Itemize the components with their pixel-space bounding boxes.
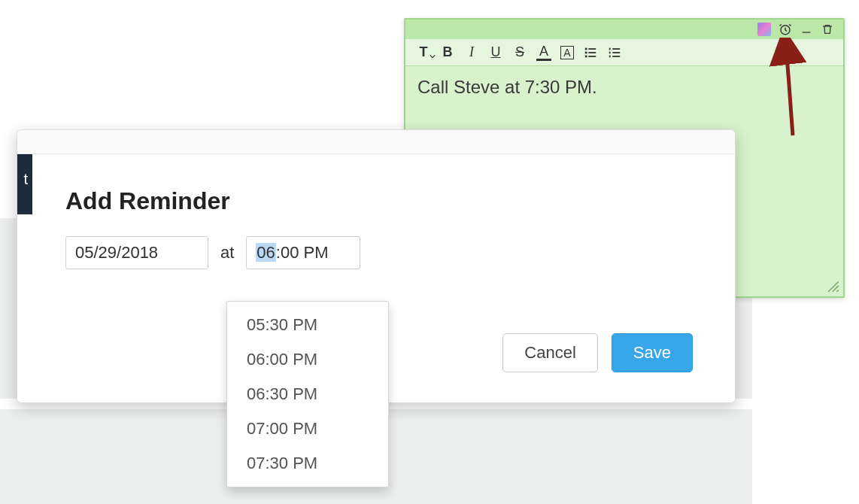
bullet-list-icon [584,46,597,59]
modal-actions: Cancel Save [502,333,693,372]
save-button[interactable]: Save [612,333,693,372]
modal-title: Add Reminder [65,187,687,215]
svg-rect-3 [585,51,587,53]
svg-rect-12 [609,55,611,57]
underline-button[interactable]: U [488,44,503,61]
alarm-clock-icon [779,23,792,36]
text-style-button[interactable]: T [416,44,431,61]
trash-icon [821,23,833,35]
color-swatch-icon [757,23,771,36]
resize-grip-icon [827,280,840,293]
date-value: 05/29/2018 [75,243,158,262]
sticky-titlebar [405,20,843,39]
svg-rect-4 [588,52,596,53]
minimize-icon [800,23,812,35]
time-dropdown: 05:30 PM 06:00 PM 06:30 PM 07:00 PM 07:3… [226,301,389,487]
font-color-button[interactable]: A [536,44,551,61]
cancel-button[interactable]: Cancel [502,333,597,372]
time-option[interactable]: 07:00 PM [227,411,388,446]
chevron-down-icon [430,53,436,59]
add-reminder-modal: t Add Reminder 05/29/2018 at 06:00 PM 05… [17,129,736,403]
resize-handle[interactable] [827,280,840,293]
svg-rect-8 [612,52,620,53]
reminder-datetime-row: 05/29/2018 at 06:00 PM [65,236,687,269]
sticky-format-toolbar: T B I U S A A [405,39,843,66]
at-label: at [220,243,234,263]
italic-button[interactable]: I [464,44,479,61]
svg-rect-11 [609,51,611,53]
svg-rect-6 [588,56,596,57]
color-picker-button[interactable] [757,23,771,36]
svg-rect-1 [585,47,587,50]
numbered-list-icon [608,46,621,59]
date-input[interactable]: 05/29/2018 [65,236,208,269]
svg-rect-10 [609,47,611,50]
numbered-list-button[interactable] [607,44,622,61]
time-value-selected: 06 [256,243,275,262]
time-option[interactable]: 06:00 PM [227,342,388,377]
svg-rect-7 [612,48,620,50]
bold-button[interactable]: B [440,44,455,61]
time-value-rest: :00 PM [276,243,329,262]
time-option[interactable]: 05:30 PM [227,308,388,342]
strikethrough-button[interactable]: S [512,44,527,61]
svg-rect-5 [585,55,587,57]
text-style-label: T [420,44,428,60]
svg-rect-9 [612,56,620,57]
modal-content: Add Reminder 05/29/2018 at 06:00 PM 05:3… [17,154,735,402]
minimize-button[interactable] [800,23,813,36]
time-option[interactable]: 07:30 PM [227,446,388,481]
time-input[interactable]: 06:00 PM [246,236,360,269]
delete-note-button[interactable] [821,23,834,36]
time-option[interactable]: 06:30 PM [227,377,388,411]
highlight-button[interactable]: A [560,46,574,59]
reminder-button[interactable] [779,23,792,36]
sticky-note-text: Call Steve at 7:30 PM. [417,77,597,97]
sticky-note-body[interactable]: Call Steve at 7:30 PM. [405,66,843,108]
modal-window-chrome [17,130,735,154]
svg-rect-2 [588,48,596,50]
bullet-list-button[interactable] [583,44,598,61]
